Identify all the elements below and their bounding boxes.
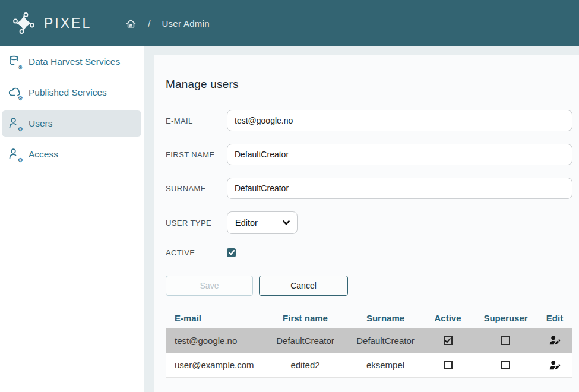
active-checkbox[interactable] — [444, 361, 453, 369]
user-gear-icon: ⚙ — [8, 148, 21, 161]
sidebar-item-label: Access — [29, 149, 58, 160]
user-type-selected-value: Editor — [235, 218, 258, 227]
table-row[interactable]: test@google.no DefaultCreator DefaultCre… — [166, 328, 572, 353]
cell-surname: DefaultCreator — [350, 336, 421, 346]
brand-title: PIXEL — [44, 15, 91, 31]
superuser-checkbox[interactable] — [501, 336, 510, 345]
first-name-label: FIRST NAME — [166, 150, 227, 159]
cell-first-name: edited2 — [261, 360, 350, 370]
user-edit-icon — [549, 361, 561, 370]
user-type-select[interactable]: Editor — [227, 211, 298, 234]
column-header-superuser: Superuser — [474, 313, 537, 323]
sidebar-item-label: Data Harvest Services — [29, 56, 120, 67]
page-title: Manage users — [166, 78, 579, 91]
app-header: PIXEL / User Admin — [0, 0, 579, 46]
breadcrumb: / User Admin — [125, 18, 210, 29]
sidebar-item-access[interactable]: ⚙ Access — [2, 141, 141, 167]
breadcrumb-current: User Admin — [162, 18, 210, 29]
column-header-active: Active — [421, 313, 474, 323]
cell-surname: eksempel — [350, 360, 421, 370]
edit-user-button[interactable] — [549, 361, 561, 370]
column-header-surname: Surname — [350, 313, 421, 323]
active-checkbox[interactable] — [444, 336, 453, 345]
column-header-email: E-mail — [166, 313, 261, 323]
users-table: E-mail First name Surname Active Superus… — [166, 308, 572, 378]
cell-email: test@google.no — [166, 336, 261, 346]
column-header-first-name: First name — [261, 313, 350, 323]
gear-badge-icon: ⚙ — [18, 96, 23, 102]
sidebar: ⚙ Data Harvest Services ⚙ Published Serv… — [0, 46, 144, 392]
drone-logo-icon — [12, 11, 36, 36]
gear-badge-icon: ⚙ — [18, 65, 23, 71]
user-form: E-MAIL FIRST NAME SURNAME USER TYPE Edit… — [166, 110, 579, 296]
manage-users-panel: Manage users E-MAIL FIRST NAME SURNAME U… — [154, 55, 579, 392]
home-icon[interactable] — [125, 18, 137, 29]
users-table-header: E-mail First name Surname Active Superus… — [166, 308, 572, 328]
sidebar-item-users[interactable]: ⚙ Users — [2, 110, 141, 137]
cancel-button[interactable]: Cancel — [259, 276, 348, 296]
save-button[interactable]: Save — [166, 276, 253, 296]
email-field[interactable] — [227, 110, 572, 131]
surname-field[interactable] — [227, 178, 572, 199]
sidebar-item-label: Published Services — [29, 87, 107, 98]
database-gear-icon: ⚙ — [8, 55, 21, 68]
main-area: Manage users E-MAIL FIRST NAME SURNAME U… — [144, 46, 579, 392]
email-label: E-MAIL — [166, 116, 227, 125]
user-gear-icon: ⚙ — [8, 117, 21, 130]
superuser-checkbox[interactable] — [501, 361, 510, 369]
cell-first-name: DefaultCreator — [261, 336, 350, 346]
chevron-down-icon — [283, 220, 290, 225]
gear-badge-icon: ⚙ — [18, 157, 23, 163]
breadcrumb-separator: / — [148, 18, 150, 29]
active-label: ACTIVE — [166, 248, 227, 257]
user-edit-icon — [549, 336, 561, 345]
column-header-edit: Edit — [537, 313, 572, 323]
cloud-gear-icon: ⚙ — [8, 86, 21, 99]
cell-email: user@example.com — [166, 360, 261, 370]
edit-user-button[interactable] — [549, 336, 561, 345]
sidebar-item-label: Users — [29, 118, 52, 129]
sidebar-item-data-harvest-services[interactable]: ⚙ Data Harvest Services — [2, 49, 141, 75]
table-row[interactable]: user@example.com edited2 eksempel — [166, 353, 572, 378]
surname-label: SURNAME — [166, 184, 227, 193]
gear-badge-icon: ⚙ — [18, 127, 23, 132]
active-checkbox[interactable] — [227, 248, 236, 257]
sidebar-item-published-services[interactable]: ⚙ Published Services — [2, 80, 141, 106]
user-type-label: USER TYPE — [166, 219, 227, 227]
first-name-field[interactable] — [227, 144, 572, 165]
